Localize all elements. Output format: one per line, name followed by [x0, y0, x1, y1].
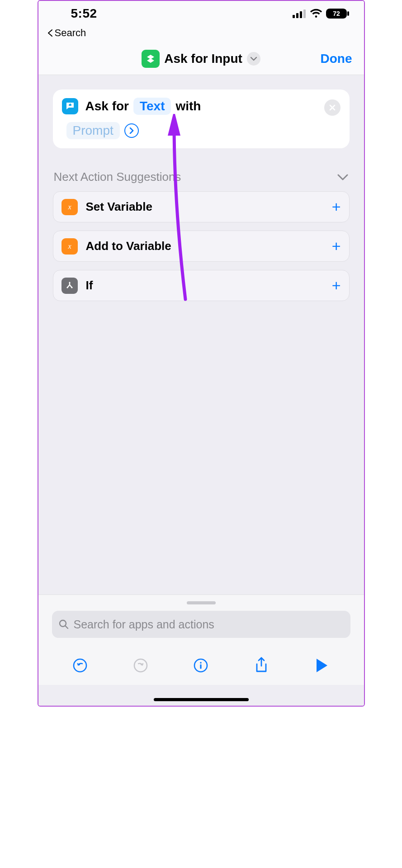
input-type-token[interactable]: Text — [133, 98, 171, 115]
redo-button[interactable] — [131, 656, 151, 675]
chevron-down-icon — [337, 174, 349, 181]
suggestions-header[interactable]: Next Action Suggestions — [54, 170, 349, 184]
search-placeholder: Search for apps and actions — [74, 618, 214, 631]
suggestion-add-to-variable[interactable]: x Add to Variable + — [53, 231, 350, 262]
cellular-icon — [293, 9, 306, 18]
home-indicator[interactable] — [154, 698, 249, 701]
title-chevron[interactable] — [247, 52, 260, 66]
svg-text:72: 72 — [333, 10, 340, 17]
add-icon[interactable]: + — [332, 237, 341, 255]
play-icon — [315, 658, 329, 673]
info-button[interactable] — [191, 656, 211, 675]
back-caret-icon — [47, 29, 53, 37]
svg-rect-5 — [347, 11, 349, 16]
prompt-token[interactable]: Prompt — [66, 122, 120, 139]
undo-button[interactable] — [70, 656, 90, 675]
ask-input-icon: + — [62, 98, 78, 114]
suggestions-heading-text: Next Action Suggestions — [54, 170, 181, 184]
back-to-search[interactable]: Search — [38, 26, 364, 42]
svg-point-11 — [69, 282, 70, 283]
share-icon — [254, 657, 269, 674]
done-button[interactable]: Done — [321, 52, 352, 66]
delete-action-button[interactable] — [324, 99, 341, 116]
status-bar: 5:52 72 — [38, 1, 364, 26]
svg-rect-0 — [293, 15, 295, 18]
collapse-suggestions[interactable] — [337, 174, 349, 181]
svg-point-19 — [200, 662, 202, 664]
add-icon[interactable]: + — [332, 277, 341, 294]
info-icon — [193, 658, 208, 673]
action-ask-for-input[interactable]: + Ask for Text with Prompt — [53, 90, 350, 148]
svg-text:x: x — [67, 203, 71, 211]
nav-bar: Ask for Input Done — [38, 42, 364, 75]
wifi-icon — [310, 9, 322, 19]
battery-icon: 72 — [326, 8, 350, 19]
svg-point-12 — [66, 287, 68, 288]
svg-rect-20 — [200, 665, 202, 669]
share-button[interactable] — [251, 656, 271, 675]
back-label: Search — [55, 27, 86, 39]
svg-text:+: + — [69, 102, 71, 107]
variable-icon: x — [61, 238, 78, 255]
chevron-right-icon — [129, 127, 134, 134]
bottom-toolbar — [38, 646, 364, 685]
svg-rect-2 — [300, 11, 302, 18]
grabber-handle[interactable] — [187, 601, 216, 604]
svg-point-16 — [74, 659, 86, 672]
close-icon — [329, 104, 336, 111]
search-icon — [58, 619, 69, 630]
redo-icon — [133, 658, 148, 673]
svg-rect-3 — [303, 9, 306, 18]
svg-point-13 — [71, 287, 72, 288]
svg-rect-1 — [296, 13, 298, 18]
suggestion-label: If — [86, 278, 324, 292]
chevron-down-icon — [250, 57, 257, 61]
add-icon[interactable]: + — [332, 198, 341, 216]
branch-icon — [61, 278, 78, 294]
run-button[interactable] — [312, 656, 332, 675]
undo-icon — [72, 658, 88, 673]
status-time: 5:52 — [71, 6, 97, 21]
bottom-sheet[interactable]: Search for apps and actions — [38, 594, 364, 685]
suggestion-label: Set Variable — [86, 200, 324, 214]
suggestion-label: Add to Variable — [86, 239, 324, 253]
shortcuts-app-icon — [142, 50, 160, 68]
page-title[interactable]: Ask for Input — [164, 52, 242, 66]
suggestion-set-variable[interactable]: x Set Variable + — [53, 191, 350, 222]
svg-point-17 — [134, 659, 147, 672]
action-text-prefix: Ask for — [85, 99, 129, 113]
action-text-suffix: with — [175, 99, 201, 113]
variable-icon: x — [61, 199, 78, 215]
suggestion-if[interactable]: If + — [53, 270, 350, 301]
search-input[interactable]: Search for apps and actions — [52, 611, 350, 638]
show-more-button[interactable] — [124, 123, 139, 138]
status-indicators: 72 — [293, 8, 350, 19]
svg-text:x: x — [67, 242, 71, 250]
